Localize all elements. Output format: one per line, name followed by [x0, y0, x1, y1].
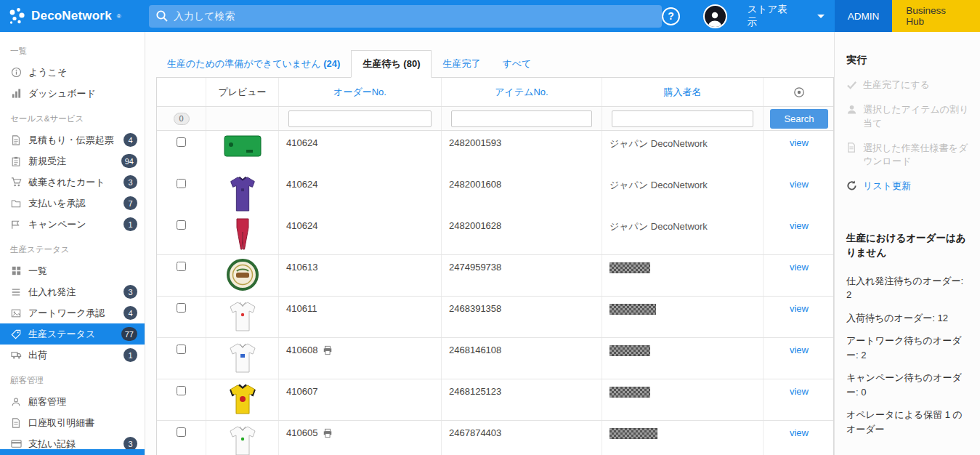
tab-not-ready-for-production[interactable]: 生産のための準備ができていません (24) — [156, 51, 351, 77]
buyer-name-redacted — [602, 379, 764, 420]
search-button[interactable]: Search — [770, 109, 828, 129]
business-hub-button[interactable]: Business Hub — [892, 0, 980, 32]
row-checkbox[interactable] — [177, 345, 186, 354]
view-link[interactable]: view — [790, 179, 809, 214]
summary-line: アートワーク待ちのオーダー: 2 — [846, 334, 970, 362]
sidebar-item-list[interactable]: 一覧 — [0, 260, 145, 281]
order-number: 410624 — [279, 131, 442, 172]
tab-label: すべて — [502, 58, 531, 69]
order-number: 410607 — [279, 379, 442, 420]
item-number: 2482001593 — [442, 131, 602, 172]
printer-icon[interactable] — [323, 428, 333, 438]
table-row: 410607 2468125123 view — [157, 379, 833, 421]
product-thumbnail — [206, 255, 279, 296]
store-view-button[interactable]: ストア表示 — [748, 3, 835, 29]
header-order-no[interactable]: オーダーNo. — [279, 78, 442, 106]
redacted-text-block — [610, 387, 650, 398]
header-item-no[interactable]: アイテムNo. — [442, 78, 602, 106]
tab-all[interactable]: すべて — [491, 51, 542, 77]
header-actions[interactable] — [764, 78, 835, 106]
view-link[interactable]: view — [790, 345, 809, 379]
sidebar-item-shipping[interactable]: 出荷 1 — [0, 345, 145, 366]
sidebar-item-purchase-orders[interactable]: 仕入れ発注 3 — [0, 281, 145, 302]
table-header-row: プレビュー オーダーNo. アイテムNo. 購入者名 — [157, 78, 833, 107]
row-checkbox[interactable] — [177, 386, 186, 395]
sidebar-item-label: 支払いを承認 — [28, 197, 117, 210]
user-icon — [706, 9, 724, 27]
summary-line: 入荷待ちのオーダー: 12 — [846, 311, 970, 326]
product-thumbnail — [206, 379, 279, 420]
row-checkbox[interactable] — [177, 220, 186, 230]
help-button[interactable]: ? — [662, 7, 680, 25]
avatar[interactable] — [703, 4, 727, 28]
header-buyer[interactable]: 購入者名 — [602, 78, 764, 106]
sidebar-item-artwork-approval[interactable]: アートワーク承認 4 — [0, 302, 145, 323]
row-checkbox[interactable] — [177, 427, 186, 437]
row-checkbox[interactable] — [177, 179, 186, 188]
sidebar-item-label: 顧客管理 — [28, 395, 137, 408]
product-thumbnail — [206, 297, 279, 337]
view-link[interactable]: view — [790, 220, 809, 254]
tab-awaiting-production[interactable]: 生産待ち (80) — [351, 50, 432, 78]
product-thumbnail — [206, 214, 279, 254]
sidebar-item-welcome[interactable]: ようこそ — [0, 62, 145, 83]
sidebar-item-label: アートワーク承認 — [28, 307, 117, 320]
row-checkbox[interactable] — [177, 303, 186, 313]
sidebar-item-account-statements[interactable]: 口座取引明細書 — [0, 412, 145, 433]
sidebar-item-customer-management[interactable]: 顧客管理 — [0, 391, 145, 412]
item-number: 2468125123 — [442, 379, 602, 420]
tab-label: 生産のための準備ができていません — [167, 58, 321, 69]
sidebar-item-label: ようこそ — [28, 66, 137, 79]
sidebar-item-abandoned-carts[interactable]: 破棄されたカート 3 — [0, 172, 145, 193]
view-link[interactable]: view — [790, 262, 809, 296]
table-row: 410605 2467874403 view — [157, 421, 833, 455]
sidebar-item-dashboard[interactable]: ダッシュボード — [0, 83, 145, 104]
sidebar-item-quotes[interactable]: 見積もり・伝票起票 4 — [0, 129, 145, 150]
row-checkbox[interactable] — [177, 262, 186, 271]
item-no-filter-input[interactable] — [451, 110, 592, 127]
view-link[interactable]: view — [790, 303, 809, 337]
buyer-name-redacted — [602, 297, 764, 337]
order-no-filter-input[interactable] — [288, 110, 431, 127]
sidebar-badge: 4 — [123, 306, 137, 320]
chevron-down-icon — [817, 15, 825, 18]
tab-production-complete[interactable]: 生産完了 — [432, 51, 491, 77]
header-select — [157, 78, 206, 106]
tab-label: 生産完了 — [442, 58, 480, 69]
action-label: リスト更新 — [863, 180, 911, 193]
order-number: 410624 — [279, 214, 442, 254]
deconetwork-logo-icon — [7, 7, 26, 25]
row-checkbox[interactable] — [177, 137, 186, 147]
sidebar-item-label: 新規受注 — [28, 155, 115, 168]
check-icon — [846, 79, 857, 90]
table-row: 410624 2482001628 ジャパン DecoNetwork view — [157, 214, 833, 255]
view-link[interactable]: view — [790, 427, 809, 455]
product-thumbnail — [206, 172, 279, 214]
sidebar-item-production-status[interactable]: 生産ステータス 77 — [0, 323, 145, 345]
item-number: 2482001608 — [442, 172, 602, 214]
sidebar-item-approve-payments[interactable]: 支払いを承認 7 — [0, 193, 145, 214]
order-number: 410624 — [279, 172, 442, 214]
actions-panel: 実行 生産完了にする 選択したアイテムの割り当て 選択した作業仕様書をダウンロー… — [834, 32, 980, 455]
redacted-text-block — [610, 428, 657, 439]
document-icon — [846, 142, 857, 153]
clipboard-icon — [10, 156, 22, 167]
refresh-icon — [846, 180, 857, 191]
sidebar-item-label: 口座取引明細書 — [28, 416, 137, 430]
sidebar-item-campaigns[interactable]: キャンペーン 1 — [0, 214, 145, 235]
sidebar-item-new-orders[interactable]: 新規受注 94 — [0, 150, 145, 172]
sidebar-item-payment-records[interactable]: 支払い記録 3 — [0, 433, 145, 454]
admin-button[interactable]: ADMIN — [835, 0, 893, 32]
search-input[interactable] — [149, 5, 662, 28]
sidebar-section-sales: セールス&サービス — [0, 104, 145, 129]
view-link[interactable]: view — [790, 137, 809, 172]
buyer-filter-input[interactable] — [612, 110, 753, 127]
actions-panel-title: 実行 — [846, 54, 970, 67]
printer-icon[interactable] — [323, 345, 333, 355]
status-tabs: 生産のための準備ができていません (24) 生産待ち (80) 生産完了 すべて — [156, 50, 834, 77]
brand-logo[interactable]: DecoNetwork® — [0, 7, 145, 25]
view-link[interactable]: view — [790, 386, 809, 420]
action-refresh-list[interactable]: リスト更新 — [846, 180, 970, 193]
grid-icon — [10, 265, 22, 277]
sidebar-section-customers: 顧客管理 — [0, 366, 145, 391]
